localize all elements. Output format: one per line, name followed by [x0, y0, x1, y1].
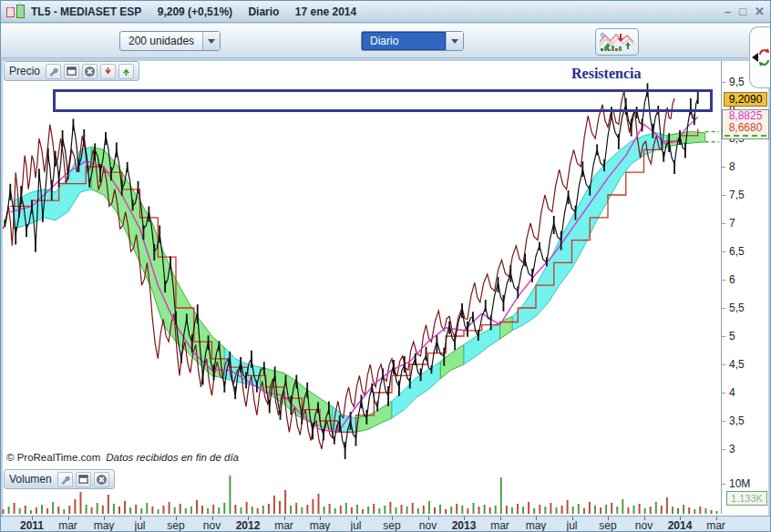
price-tick-label: 5	[729, 330, 735, 343]
close-panel-icon[interactable]	[82, 64, 98, 79]
volume-bar	[318, 494, 320, 514]
time-tick-label: 2013	[452, 519, 477, 532]
volume-bar	[616, 506, 618, 514]
volume-bar	[495, 506, 497, 514]
expand-left-icon	[752, 53, 758, 62]
volume-bar	[533, 508, 535, 514]
volume-bar	[378, 508, 380, 514]
resistance-rectangle[interactable]	[53, 89, 713, 112]
time-tick-label: 2011	[20, 519, 44, 532]
time-tick-label: jul	[566, 519, 577, 532]
volume-bar	[406, 506, 408, 514]
volume-bar	[163, 506, 165, 514]
detach-window-icon[interactable]	[76, 472, 91, 487]
volume-last-tag: 1.133K	[726, 491, 767, 506]
period-dropdown-button[interactable]	[446, 32, 463, 50]
price-tick-label: 7,5	[729, 189, 745, 201]
volume-bar	[169, 502, 170, 514]
volume-bar	[190, 506, 192, 514]
volume-bar	[57, 506, 59, 514]
move-panel-down-icon[interactable]	[100, 64, 116, 79]
maximize-icon[interactable]: □	[739, 5, 746, 18]
detach-window-icon[interactable]	[64, 64, 79, 79]
units-dropdown-value: 200 unidades	[120, 32, 202, 50]
cloud-edge-dash	[725, 135, 766, 137]
volume-bar	[252, 506, 253, 514]
close-panel-icon[interactable]	[94, 472, 109, 487]
chart-style-button[interactable]	[595, 28, 639, 56]
volume-bar	[655, 502, 657, 514]
units-dropdown-button[interactable]	[202, 32, 220, 50]
volume-bar	[650, 506, 652, 514]
chevron-down-icon	[451, 39, 458, 44]
volume-bar	[52, 502, 54, 514]
move-panel-up-icon[interactable]	[118, 64, 134, 79]
volume-bar	[567, 500, 569, 514]
volume-bar	[14, 503, 15, 514]
volume-bar	[417, 508, 419, 514]
volume-bar	[550, 503, 551, 514]
volume-bar	[694, 509, 695, 514]
window-controls: – □ ✕	[725, 5, 765, 18]
volume-bar	[74, 499, 76, 514]
ichimoku-cloud-green	[500, 316, 513, 339]
toolbar: 200 unidades Diario	[1, 24, 770, 58]
volume-bar	[229, 476, 231, 514]
price-chart[interactable]	[1, 59, 771, 468]
volume-bar	[500, 477, 502, 514]
time-axis[interactable]: 2011marmayjulsepnov2012marmayjulsepnov20…	[1, 516, 770, 532]
title-period: Diario	[248, 5, 279, 18]
volume-bar	[478, 506, 480, 514]
volume-bar	[704, 508, 706, 514]
volume-bar	[362, 509, 364, 514]
volume-bar	[594, 506, 596, 514]
volume-bar	[312, 499, 314, 514]
price-tick-mark	[721, 251, 725, 252]
sidebar-flap[interactable]	[749, 26, 770, 88]
volume-bar	[384, 506, 386, 514]
volume-bar	[605, 505, 607, 514]
volume-bar	[201, 506, 203, 514]
units-dropdown[interactable]: 200 unidades	[119, 31, 221, 51]
series-precio	[5, 90, 697, 449]
volume-bar	[86, 505, 87, 514]
time-tick-label: sep	[383, 519, 400, 532]
last-price-tag: 9,2090	[724, 92, 767, 107]
volume-bar	[644, 508, 646, 514]
volume-bar	[80, 492, 82, 514]
volume-bar	[241, 507, 242, 514]
price-tick-mark	[721, 336, 725, 337]
price-tick-label: 4	[729, 386, 735, 399]
time-tick-label: sep	[167, 519, 184, 532]
volume-bar	[329, 504, 331, 514]
price-tick-label: 6,5	[729, 245, 745, 258]
chevron-down-icon	[208, 39, 215, 44]
volume-bar	[290, 506, 292, 514]
volume-bar	[36, 507, 37, 514]
close-icon[interactable]: ✕	[755, 5, 765, 18]
volume-bar	[699, 506, 701, 514]
red-candle-icon	[6, 7, 15, 17]
volume-bar	[627, 507, 629, 514]
chart-window: TL5 - MEDIASET ESP 9,209 (+0,51%) Diario…	[0, 0, 771, 532]
volume-bar	[207, 508, 209, 514]
price-tick-mark	[721, 82, 725, 83]
volume-bar	[41, 505, 43, 514]
settings-wrench-icon[interactable]	[46, 64, 61, 79]
volume-bar	[367, 506, 369, 514]
period-dropdown-value: Diario	[362, 32, 446, 50]
volume-bar	[373, 504, 375, 514]
volume-panel-title: Volumen	[9, 473, 52, 486]
minimize-icon[interactable]: –	[725, 5, 731, 18]
time-tick-label: jul	[350, 519, 361, 532]
volume-bar	[46, 508, 48, 514]
settings-wrench-icon[interactable]	[57, 472, 73, 487]
period-dropdown[interactable]: Diario	[361, 31, 464, 51]
volume-bar	[118, 506, 120, 514]
price-tick-label: 9,5	[729, 76, 745, 88]
volume-bar	[334, 508, 336, 514]
volume-bar	[3, 509, 5, 514]
volume-bar	[91, 507, 93, 514]
price-tick-label: 4,5	[729, 358, 745, 371]
price-tick-mark	[721, 364, 725, 365]
